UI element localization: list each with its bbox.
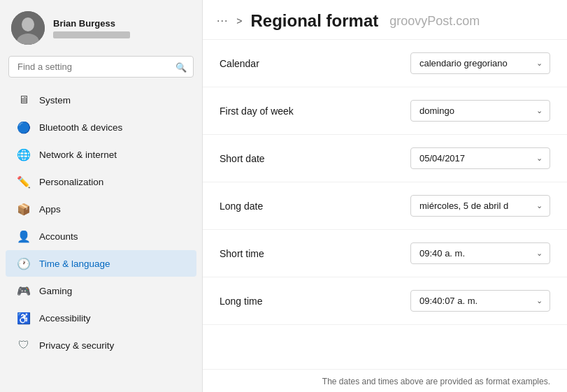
sidebar-item-network[interactable]: 🌐Network & internet [6,141,196,168]
setting-row-calendar: Calendarcalendario gregoriano⌄ [203,40,567,87]
setting-control-long-time: 09:40:07 a. m.⌄ [410,290,550,312]
sidebar-item-privacy-security[interactable]: 🛡Privacy & security [6,332,196,358]
breadcrumb-arrow: > [236,15,242,27]
setting-control-long-date: miércoles, 5 de abril d⌄ [410,195,550,217]
avatar [11,11,45,45]
search-icon: 🔍 [175,61,187,72]
setting-control-short-date: 05/04/2017⌄ [410,147,550,169]
breadcrumb-dots: ··· [217,15,228,27]
dropdown-first-day-of-week[interactable]: domingo⌄ [410,100,550,122]
setting-label-short-date: Short date [220,153,265,164]
setting-row-first-day-of-week: First day of weekdomingo⌄ [203,87,567,135]
setting-row-long-date: Long datemiércoles, 5 de abril d⌄ [203,182,567,230]
main-content: ··· > Regional format groovyPost.com Cal… [203,0,567,392]
chevron-down-icon-first-day-of-week: ⌄ [536,106,543,115]
sidebar-item-accessibility[interactable]: ♿Accessibility [6,305,196,331]
chevron-down-icon-long-date: ⌄ [536,201,543,210]
sidebar-item-label-system: System [39,95,71,106]
dropdown-long-time[interactable]: 09:40:07 a. m.⌄ [410,290,550,312]
setting-label-long-date: Long date [220,201,263,212]
page-title: Regional format [251,11,379,31]
main-header: ··· > Regional format groovyPost.com [203,0,567,40]
sidebar-item-accounts[interactable]: 👤Accounts [6,223,196,249]
sidebar-item-personalization[interactable]: ✏️Personalization [6,168,196,195]
privacy-security-icon: 🛡 [17,338,31,352]
sidebar-item-label-gaming: Gaming [39,286,72,296]
network-icon: 🌐 [17,147,31,161]
dropdown-value-first-day-of-week: domingo [419,106,531,116]
accounts-icon: 👤 [17,229,31,243]
setting-label-first-day-of-week: First day of week [220,106,294,117]
sidebar-item-label-accounts: Accounts [39,231,78,242]
sidebar-item-apps[interactable]: 📦Apps [6,196,196,222]
user-name: Brian Burgess [53,18,130,29]
gaming-icon: 🎮 [17,284,31,298]
user-account-bar [53,31,130,38]
user-info: Brian Burgess [53,18,130,38]
setting-row-short-date: Short date05/04/2017⌄ [203,135,567,182]
dropdown-long-date[interactable]: miércoles, 5 de abril d⌄ [410,195,550,217]
dropdown-calendar[interactable]: calendario gregoriano⌄ [410,52,550,74]
sidebar-item-label-personalization: Personalization [39,177,103,187]
sidebar-item-system[interactable]: 🖥System [6,87,196,113]
sidebar: Brian Burgess 🔍 🖥System🔵Bluetooth & devi… [0,0,203,392]
footer-note: The dates and times above are provided a… [203,369,567,392]
svg-point-1 [22,17,34,31]
sidebar-item-bluetooth[interactable]: 🔵Bluetooth & devices [6,114,196,140]
search-box: 🔍 [8,56,194,78]
setting-label-calendar: Calendar [220,58,259,69]
sidebar-item-label-accessibility: Accessibility [39,313,91,324]
setting-label-short-time: Short time [220,248,264,259]
setting-control-short-time: 09:40 a. m.⌄ [410,242,550,264]
dropdown-value-long-date: miércoles, 5 de abril d [419,201,531,211]
search-input[interactable] [8,56,194,78]
sidebar-item-label-privacy-security: Privacy & security [39,340,114,351]
time-language-icon: 🕐 [17,256,31,270]
nav-list: 🖥System🔵Bluetooth & devices🌐Network & in… [0,83,202,362]
sidebar-item-gaming[interactable]: 🎮Gaming [6,277,196,304]
chevron-down-icon-calendar: ⌄ [536,59,543,68]
dropdown-value-long-time: 09:40:07 a. m. [419,296,531,306]
chevron-down-icon-short-date: ⌄ [536,154,543,163]
setting-control-calendar: calendario gregoriano⌄ [410,52,550,74]
settings-list: Calendarcalendario gregoriano⌄First day … [203,40,567,369]
setting-label-long-time: Long time [220,296,262,307]
setting-row-long-time: Long time09:40:07 a. m.⌄ [203,277,567,325]
user-section: Brian Burgess [0,0,202,53]
dropdown-value-short-date: 05/04/2017 [419,153,531,164]
personalization-icon: ✏️ [17,175,31,189]
setting-row-short-time: Short time09:40 a. m.⌄ [203,230,567,277]
apps-icon: 📦 [17,202,31,216]
sidebar-item-time-language[interactable]: 🕐Time & language [6,250,196,277]
dropdown-short-time[interactable]: 09:40 a. m.⌄ [410,242,550,264]
dropdown-value-short-time: 09:40 a. m. [419,248,531,259]
watermark: groovyPost.com [389,14,480,29]
sidebar-item-label-network: Network & internet [39,150,117,160]
bluetooth-icon: 🔵 [17,120,31,134]
system-icon: 🖥 [17,93,31,107]
dropdown-short-date[interactable]: 05/04/2017⌄ [410,147,550,169]
setting-control-first-day-of-week: domingo⌄ [410,100,550,122]
sidebar-item-label-bluetooth: Bluetooth & devices [39,122,122,133]
dropdown-value-calendar: calendario gregoriano [419,58,531,68]
chevron-down-icon-long-time: ⌄ [536,296,543,305]
sidebar-item-label-apps: Apps [39,204,61,215]
accessibility-icon: ♿ [17,311,31,325]
sidebar-item-label-time-language: Time & language [39,259,110,269]
chevron-down-icon-short-time: ⌄ [536,249,543,258]
